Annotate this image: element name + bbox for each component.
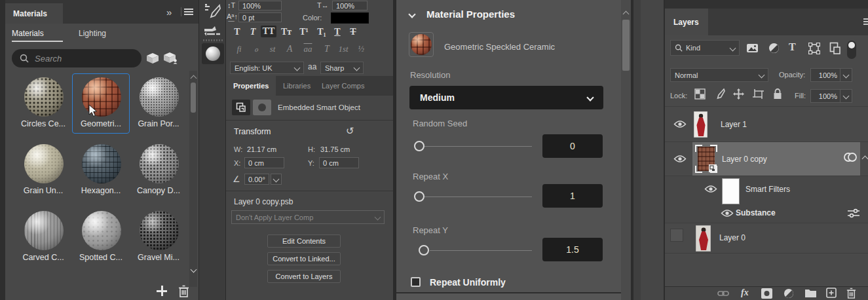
layers-panel-tab[interactable]: Layers	[665, 9, 708, 35]
tab-lighting[interactable]: Lighting	[79, 29, 106, 38]
material-item[interactable]: Carved C...	[14, 207, 72, 267]
repeat-x-slider-track[interactable]	[425, 197, 532, 197]
faux-bold-button[interactable]: T	[231, 27, 243, 37]
lock-position-icon[interactable]	[732, 88, 745, 100]
faux-italic-button[interactable]: T	[247, 27, 259, 37]
repeat-x-slider-knob[interactable]	[414, 191, 425, 202]
materials-scrollbar-thumb[interactable]	[191, 83, 196, 113]
material-item[interactable]: Gravel Mi...	[130, 207, 187, 267]
new-material-icon[interactable]	[163, 52, 178, 64]
filter-smart-objects-icon[interactable]	[829, 42, 840, 54]
lock-artboard-icon[interactable]	[752, 88, 764, 100]
subscript-button[interactable]: T₁	[314, 27, 329, 37]
ordinals-button[interactable]: 1st	[335, 44, 351, 54]
titling-alternates-button[interactable]: T	[322, 44, 332, 54]
add-material-button[interactable]	[156, 285, 168, 297]
angle-input[interactable]: 0.00°	[244, 174, 269, 185]
language-select[interactable]: English: UK	[230, 62, 304, 74]
repeat-y-slider-knob[interactable]	[419, 245, 429, 255]
random-seed-slider-knob[interactable]	[414, 141, 425, 151]
filter-pixel-layers-icon[interactable]	[746, 43, 759, 53]
visibility-eye-icon[interactable]	[673, 120, 687, 128]
lock-transparency-icon[interactable]	[694, 88, 706, 100]
repeat-y-input[interactable]: 1.5	[542, 238, 603, 261]
layer-filter-kind-select[interactable]: Kind	[670, 40, 740, 56]
new-group-folder-icon[interactable]	[804, 288, 817, 298]
random-seed-input[interactable]: 0	[542, 134, 603, 158]
layer-row-layer1[interactable]: Layer 1	[665, 107, 868, 141]
materials-panel-tab[interactable]: Materials	[5, 3, 63, 24]
scrollbar-thumb[interactable]	[622, 20, 630, 71]
brush-settings-icon[interactable]	[204, 4, 221, 20]
delete-layer-icon[interactable]	[846, 288, 856, 299]
filter-mask-thumbnail[interactable]	[722, 178, 740, 204]
smart-object-thumbnail[interactable]	[695, 145, 717, 173]
text-color-swatch[interactable]	[331, 12, 369, 24]
layer-row-layer0copy-selected[interactable]: Layer 0 copy	[665, 142, 868, 176]
visibility-eye-icon[interactable]	[704, 185, 717, 193]
add-mask-icon[interactable]	[761, 288, 772, 299]
adjustment-layer-icon[interactable]	[783, 288, 794, 299]
tab-layer-comps[interactable]: Layer Comps	[314, 76, 371, 96]
reset-transform-icon[interactable]: ↺	[346, 125, 354, 137]
discretionary-ligatures-button[interactable]: st	[267, 44, 278, 54]
angle-dropdown-button[interactable]	[271, 174, 282, 185]
smart-filter-circles-icon[interactable]	[843, 151, 858, 163]
visibility-eye-icon[interactable]	[673, 155, 687, 163]
materials-dock-button[interactable]	[202, 43, 224, 64]
material-item[interactable]: Grain Un...	[14, 140, 72, 200]
opacity-dropdown-button[interactable]	[840, 68, 852, 82]
fill-input[interactable]: 100%	[810, 89, 840, 103]
y-input[interactable]: 0 cm	[319, 157, 359, 168]
material-library-icon[interactable]	[145, 52, 160, 64]
x-input[interactable]: 0 cm	[244, 157, 284, 168]
horizontal-scale-input[interactable]: 100%	[332, 1, 368, 10]
smart-filters-row[interactable]: Smart Filters	[665, 176, 868, 205]
dock-grip[interactable]	[203, 39, 223, 41]
layer-style-fx-icon[interactable]: fx	[741, 288, 749, 298]
repeat-x-input[interactable]: 1	[542, 184, 603, 208]
filter-shape-layers-icon[interactable]	[808, 43, 820, 54]
filter-toggle[interactable]	[847, 41, 856, 59]
collapse-filters-icon[interactable]	[862, 156, 868, 162]
tab-libraries[interactable]: Libraries	[276, 76, 318, 96]
search-input[interactable]: Search	[12, 49, 142, 67]
edit-contents-button[interactable]: Edit Contents	[267, 234, 341, 248]
baseline-shift-input[interactable]: 0 pt	[238, 12, 282, 22]
repeat-uniformly-checkbox[interactable]	[411, 277, 421, 287]
filter-type-layers-icon[interactable]: T	[789, 41, 796, 53]
material-item[interactable]: Canopy D...	[130, 140, 187, 200]
swash-button[interactable]: A	[284, 44, 295, 54]
fractions-button[interactable]: ½	[356, 44, 366, 54]
stylistic-alternates-button[interactable]: aa	[300, 44, 316, 54]
superscript-button[interactable]: T¹	[297, 27, 311, 37]
vertical-scale-input[interactable]: 100%	[238, 1, 282, 10]
link-layers-icon[interactable]	[717, 290, 729, 297]
layer-thumbnail[interactable]	[694, 111, 708, 138]
blend-mode-select[interactable]: Normal	[670, 68, 768, 82]
brushes-panel-icon[interactable]	[203, 25, 221, 39]
panel-menu-icon[interactable]	[184, 9, 193, 15]
layer-thumbnail[interactable]	[696, 225, 711, 252]
new-layer-icon[interactable]	[826, 288, 837, 298]
small-caps-button[interactable]: Tᴛ	[279, 27, 293, 37]
fill-dropdown-button[interactable]	[840, 89, 852, 103]
delete-material-icon[interactable]	[178, 285, 189, 297]
tab-properties[interactable]: Properties	[226, 76, 276, 96]
material-item-selected[interactable]: Geometri...	[72, 73, 130, 134]
collapse-panel-icon[interactable]: »	[166, 7, 170, 18]
lock-pixels-brush-icon[interactable]	[714, 88, 725, 100]
layer-row-layer0[interactable]: Layer 0	[665, 223, 868, 253]
material-item[interactable]: Spotted C...	[72, 207, 130, 267]
visibility-checkbox-hidden[interactable]	[670, 229, 683, 242]
antialias-select[interactable]: Sharp	[320, 62, 364, 74]
lock-all-icon[interactable]	[773, 88, 782, 100]
filter-adjustment-layers-icon[interactable]	[768, 43, 780, 54]
tab-materials[interactable]: Materials	[12, 29, 44, 38]
contextual-alternates-button[interactable]: ℴ	[251, 44, 261, 54]
random-seed-slider-track[interactable]	[425, 146, 532, 147]
material-item[interactable]: Circles Ce...	[14, 73, 72, 134]
mask-type-button[interactable]	[253, 100, 271, 115]
visibility-eye-icon[interactable]	[721, 209, 734, 217]
ligatures-button[interactable]: fi	[233, 44, 245, 54]
